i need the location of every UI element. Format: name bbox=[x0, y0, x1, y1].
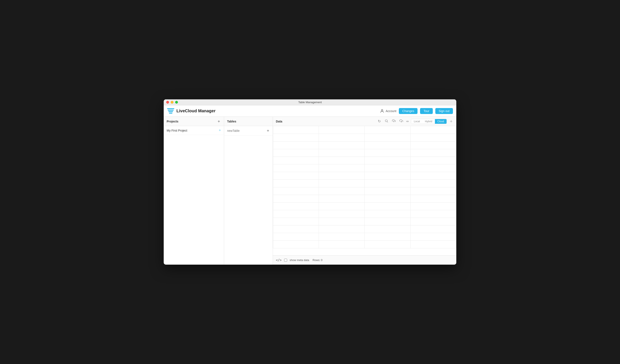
cell[interactable] bbox=[273, 240, 319, 248]
cell[interactable] bbox=[319, 157, 365, 164]
account-button[interactable]: Account bbox=[380, 109, 397, 113]
project-item[interactable]: My First Project + bbox=[164, 126, 224, 135]
changes-button[interactable]: Changes bbox=[399, 108, 418, 114]
show-meta-label: show meta data bbox=[290, 259, 309, 262]
cell[interactable] bbox=[319, 240, 365, 248]
cell[interactable] bbox=[273, 134, 319, 141]
cell[interactable] bbox=[411, 164, 456, 172]
sync-hybrid-button[interactable]: Hybrid bbox=[422, 119, 435, 124]
data-toolbar: Data ↻ bbox=[273, 117, 456, 126]
cell[interactable] bbox=[365, 149, 411, 157]
cell[interactable] bbox=[319, 149, 365, 157]
cell[interactable] bbox=[319, 195, 365, 202]
cell[interactable] bbox=[273, 179, 319, 187]
table-row bbox=[273, 126, 456, 134]
cell[interactable] bbox=[411, 179, 456, 187]
add-project-button[interactable]: + bbox=[217, 119, 221, 124]
cell[interactable] bbox=[411, 202, 456, 210]
cell[interactable] bbox=[411, 225, 456, 233]
sync-mode-group: Local Hybrid Cloud bbox=[411, 119, 447, 124]
download-cloud-icon[interactable] bbox=[399, 119, 404, 124]
cell[interactable] bbox=[365, 218, 411, 225]
cell[interactable] bbox=[411, 195, 456, 202]
cell[interactable] bbox=[273, 225, 319, 233]
cell[interactable] bbox=[273, 141, 319, 149]
cell[interactable] bbox=[411, 172, 456, 179]
close-button[interactable] bbox=[166, 101, 169, 104]
tables-title: Tables bbox=[227, 120, 236, 123]
refresh-icon[interactable]: ↻ bbox=[377, 119, 382, 124]
cell[interactable] bbox=[365, 134, 411, 141]
cell[interactable] bbox=[365, 157, 411, 164]
cell[interactable] bbox=[365, 210, 411, 218]
cell[interactable] bbox=[319, 233, 365, 240]
cell[interactable] bbox=[365, 141, 411, 149]
svg-point-1 bbox=[385, 119, 388, 122]
cell[interactable] bbox=[411, 233, 456, 240]
cell[interactable] bbox=[365, 240, 411, 248]
cell[interactable] bbox=[411, 157, 456, 164]
cell[interactable] bbox=[319, 164, 365, 172]
new-table-input[interactable] bbox=[227, 129, 264, 132]
tour-button[interactable]: Tour bbox=[420, 108, 433, 114]
data-table bbox=[273, 126, 456, 248]
cell[interactable] bbox=[319, 134, 365, 141]
cell[interactable] bbox=[411, 210, 456, 218]
add-column-button[interactable]: + bbox=[449, 119, 453, 124]
sync-local-button[interactable]: Local bbox=[411, 119, 422, 124]
svg-point-0 bbox=[381, 109, 383, 111]
cell[interactable] bbox=[273, 126, 319, 134]
logo-line-4 bbox=[169, 113, 172, 114]
cell[interactable] bbox=[365, 202, 411, 210]
new-table-row: + bbox=[224, 126, 273, 136]
upload-cloud-icon[interactable] bbox=[391, 119, 397, 124]
cell[interactable] bbox=[365, 225, 411, 233]
logo-area: LiveCloud Manager bbox=[167, 108, 380, 114]
cell[interactable] bbox=[365, 187, 411, 195]
cell[interactable] bbox=[273, 218, 319, 225]
signout-button[interactable]: Sign out bbox=[435, 108, 453, 114]
cell[interactable] bbox=[365, 126, 411, 134]
app-window: Table Management LiveCloud Manager Accou… bbox=[164, 99, 456, 265]
cell[interactable] bbox=[273, 202, 319, 210]
meta-checkbox[interactable] bbox=[284, 259, 287, 262]
cell[interactable] bbox=[365, 164, 411, 172]
project-add-icon: + bbox=[219, 128, 221, 133]
search-icon[interactable] bbox=[384, 119, 389, 124]
maximize-button[interactable] bbox=[175, 101, 178, 104]
cell[interactable] bbox=[411, 240, 456, 248]
cell[interactable] bbox=[273, 164, 319, 172]
cell[interactable] bbox=[273, 187, 319, 195]
cell[interactable] bbox=[319, 225, 365, 233]
cell[interactable] bbox=[273, 233, 319, 240]
cell[interactable] bbox=[319, 210, 365, 218]
cell[interactable] bbox=[411, 149, 456, 157]
cell[interactable] bbox=[319, 187, 365, 195]
minimize-button[interactable] bbox=[171, 101, 173, 104]
cell[interactable] bbox=[365, 233, 411, 240]
cell[interactable] bbox=[411, 141, 456, 149]
code-icon[interactable]: </> bbox=[276, 258, 282, 262]
cell[interactable] bbox=[411, 126, 456, 134]
cell[interactable] bbox=[319, 126, 365, 134]
cell[interactable] bbox=[319, 141, 365, 149]
cell[interactable] bbox=[365, 195, 411, 202]
cell[interactable] bbox=[411, 218, 456, 225]
cell[interactable] bbox=[411, 134, 456, 141]
cell[interactable] bbox=[273, 157, 319, 164]
cell[interactable] bbox=[273, 210, 319, 218]
sync-cloud-button[interactable]: Cloud bbox=[435, 119, 447, 124]
cell[interactable] bbox=[319, 179, 365, 187]
cell[interactable] bbox=[411, 187, 456, 195]
logo-icon bbox=[167, 108, 174, 114]
cell[interactable] bbox=[273, 172, 319, 179]
add-table-button[interactable]: + bbox=[266, 128, 270, 133]
cell[interactable] bbox=[319, 172, 365, 179]
cell[interactable] bbox=[365, 179, 411, 187]
cell[interactable] bbox=[273, 149, 319, 157]
cell[interactable] bbox=[365, 172, 411, 179]
data-grid bbox=[273, 126, 456, 255]
cell[interactable] bbox=[319, 202, 365, 210]
cell[interactable] bbox=[319, 218, 365, 225]
cell[interactable] bbox=[273, 195, 319, 202]
